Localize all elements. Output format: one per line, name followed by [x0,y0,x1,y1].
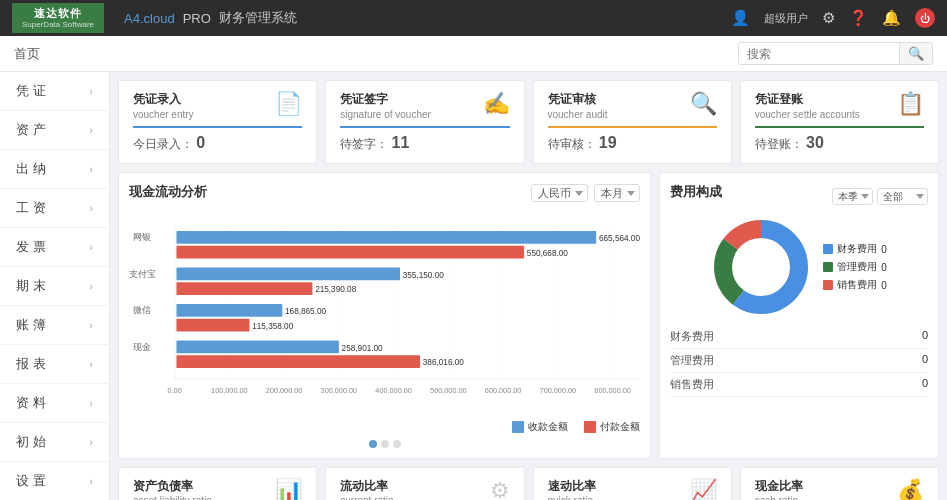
sidebar-label-data: 资 料 [16,394,46,412]
logo-name-top: 速达软件 [34,7,82,20]
user-icon[interactable]: 👤 [731,9,750,27]
sidebar-item-cashier[interactable]: 出 纳 › [0,150,109,189]
sidebar-item-reports[interactable]: 报 表 › [0,345,109,384]
currency-select[interactable]: 人民币 美元 [531,184,588,202]
stat-card-value-4: 待登账： 30 [755,134,924,153]
stat-card-titles-4: 凭证登账 voucher settle accounts [755,91,860,120]
stat-card-titles-3: 凭证审核 voucher audit [548,91,608,120]
bar-xianjin-expense-label: 386,016.00 [423,358,464,367]
power-button[interactable]: ⏻ [915,8,935,28]
ratio-card-asset-liability: 资产负债率 asset liability ratio 📊 22.89% [118,467,317,500]
bar-weixin-income [176,304,282,317]
sidebar-label-ledger: 账 簿 [16,316,46,334]
question-icon[interactable]: ❓ [849,9,868,27]
stat-number-2: 11 [392,134,410,151]
stat-card-title-1: 凭证录入 [133,91,194,108]
sidebar-item-invoice[interactable]: 发 票 › [0,228,109,267]
ratio-header-1: 资产负债率 asset liability ratio 📊 [133,478,302,500]
stats-cards-row: 凭证录入 voucher entry 📄 今日录入： 0 凭证签字 signat… [118,80,939,164]
search-input[interactable] [739,44,899,64]
stat-card-voucher-settle: 凭证登账 voucher settle accounts 📋 待登账： 30 [740,80,939,164]
ratio-title-2: 流动比率 [340,478,393,495]
sidebar-item-initial[interactable]: 初 始 › [0,423,109,462]
sidebar-label-settings: 设 置 [16,472,46,490]
sidebar-item-assets[interactable]: 资 产 › [0,111,109,150]
legend-dot-income [512,421,524,433]
chart-dot-2[interactable] [381,440,389,448]
cash-flow-title: 现金流动分析 [129,183,207,201]
stat-card-value-3: 待审核： 19 [548,134,717,153]
bar-zhifubao-expense-label: 215,390.08 [315,285,356,294]
nav-icons-group: 👤 超级用户 ⚙ ❓ 🔔 ⏻ [731,8,935,28]
legend-expense: 付款金额 [584,420,640,434]
gear-icon[interactable]: ⚙ [822,9,835,27]
top-navigation: 速达软件 SuperData Software A4.cloud PRO 财务管… [0,0,947,36]
charts-row: 现金流动分析 人民币 美元 本月 本季 本年 [118,172,939,459]
fee-row-label-sales: 销售费用 [670,377,714,392]
x-label-8: 800,000.00 [594,386,631,395]
label-weixin: 微信 [133,305,151,315]
bar-xianjin-expense [176,355,420,368]
chart-dot-3[interactable] [393,440,401,448]
chevron-right-icon: › [89,85,93,97]
voucher-audit-icon: 🔍 [690,91,717,117]
bar-zhifubao-income [176,268,400,281]
sidebar-item-ledger[interactable]: 账 簿 › [0,306,109,345]
nav-a4cloud: A4.cloud [124,11,175,26]
chevron-right-icon: › [89,163,93,175]
search-button[interactable]: 🔍 [899,43,932,64]
bar-zhifubao-expense [176,282,312,295]
ratio-header-2: 流动比率 current ratio ⚙ [340,478,509,500]
stat-label-1: 今日录入： [133,137,193,151]
sidebar-item-settings[interactable]: 设 置 › [0,462,109,500]
donut-dot-sales [823,280,833,290]
sidebar-label-cashier: 出 纳 [16,160,46,178]
ratio-subtitle-3: quick ratio [548,495,596,500]
sidebar-item-voucher[interactable]: 凭 证 › [0,72,109,111]
fee-row-manage: 管理费用 0 [670,349,928,373]
sidebar-item-payroll[interactable]: 工 资 › [0,189,109,228]
sidebar-label-voucher: 凭 证 [16,82,46,100]
ratio-card-quick: 速动比率 quick ratio 📈 37.21% [533,467,732,500]
sidebar-item-data[interactable]: 资 料 › [0,384,109,423]
chevron-right-icon: › [89,436,93,448]
donut-label-manage: 管理费用 [837,260,877,274]
bell-icon[interactable]: 🔔 [882,9,901,27]
sidebar-label-initial: 初 始 [16,433,46,451]
stat-card-voucher-sign: 凭证签字 signature of voucher ✍ 待签字： 11 [325,80,524,164]
main-layout: 凭 证 › 资 产 › 出 纳 › 工 资 › 发 票 › 期 末 › 账 簿 … [0,72,947,500]
chevron-right-icon: › [89,241,93,253]
stat-line-4 [755,126,924,128]
donut-chart-container: 财务费用 0 管理费用 0 销售费用 0 [670,217,928,317]
search-bar: 🔍 [738,42,933,65]
ratio-cards-row: 资产负债率 asset liability ratio 📊 22.89% 流动比… [118,467,939,500]
voucher-sign-icon: ✍ [483,91,510,117]
fee-row-value-manage: 0 [922,353,928,368]
donut-legend-manage: 管理费用 0 [823,260,887,274]
chevron-right-icon: › [89,280,93,292]
legend-expense-label: 付款金额 [600,420,640,434]
sidebar-item-period-end[interactable]: 期 末 › [0,267,109,306]
chart-dot-1[interactable] [369,440,377,448]
fee-period-select[interactable]: 本季 本月 本年 [832,188,873,205]
nav-pro: PRO [183,11,211,26]
voucher-entry-icon: 📄 [275,91,302,117]
label-zhifubao: 支付宝 [129,269,156,279]
ratio-titles-3: 速动比率 quick ratio [548,478,596,500]
sidebar-label-assets: 资 产 [16,121,46,139]
chevron-right-icon: › [89,358,93,370]
fee-dept-select[interactable]: 全部 部门一 [877,188,928,205]
logo[interactable]: 速达软件 SuperData Software [12,3,104,34]
period-select[interactable]: 本月 本季 本年 [594,184,640,202]
fee-row-value-finance: 0 [922,329,928,344]
ratio-subtitle-4: cash ratio [755,495,803,500]
sidebar: 凭 证 › 资 产 › 出 纳 › 工 资 › 发 票 › 期 末 › 账 簿 … [0,72,110,500]
ratio-card-cash: 现金比率 cash ratio 💰 31.16% [740,467,939,500]
chart-pagination-dots [129,440,640,448]
legend-income-label: 收款金额 [528,420,568,434]
stat-card-value-2: 待签字： 11 [340,134,509,153]
content-area: 凭证录入 voucher entry 📄 今日录入： 0 凭证签字 signat… [110,72,947,500]
svg-point-14 [735,241,787,293]
donut-label-sales: 销售费用 [837,278,877,292]
bar-xianjin-income-label: 258,901.00 [342,344,383,353]
